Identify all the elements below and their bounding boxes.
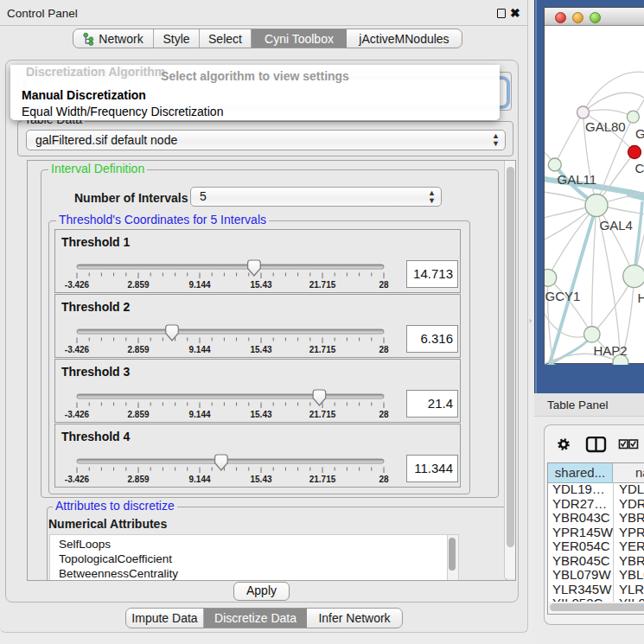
svg-text:9.144: 9.144 — [188, 410, 210, 419]
svg-text:-3.426: -3.426 — [65, 345, 90, 354]
svg-text:15.43: 15.43 — [250, 345, 271, 354]
svg-text:28: 28 — [379, 345, 389, 354]
svg-text:15.43: 15.43 — [250, 280, 271, 290]
svg-text:-3.426: -3.426 — [65, 475, 90, 484]
svg-text:21.715: 21.715 — [309, 280, 336, 290]
svg-text:21.715: 21.715 — [309, 475, 336, 484]
svg-text:2.859: 2.859 — [127, 280, 149, 290]
svg-text:HAP2: HAP2 — [594, 343, 628, 358]
svg-text:9.144: 9.144 — [188, 345, 210, 354]
svg-text:GAL: GAL — [635, 126, 644, 141]
svg-text:GAL4: GAL4 — [600, 218, 633, 233]
svg-text:15.43: 15.43 — [250, 410, 271, 419]
svg-text:28: 28 — [379, 410, 389, 419]
svg-text:H: H — [638, 290, 644, 305]
svg-text:15.43: 15.43 — [250, 475, 271, 484]
svg-text:-3.426: -3.426 — [65, 280, 90, 290]
svg-text:28: 28 — [379, 475, 389, 484]
svg-text:GCY1: GCY1 — [545, 289, 581, 303]
svg-text:21.715: 21.715 — [309, 410, 336, 419]
svg-text:9.144: 9.144 — [188, 475, 210, 484]
svg-text:C: C — [635, 161, 644, 175]
svg-text:GAL80: GAL80 — [585, 119, 626, 134]
svg-text:-3.426: -3.426 — [65, 410, 90, 419]
svg-text:28: 28 — [379, 280, 389, 290]
svg-text:2.859: 2.859 — [127, 475, 149, 484]
svg-text:GAL11: GAL11 — [558, 172, 597, 187]
svg-text:2.859: 2.859 — [127, 410, 149, 419]
svg-text:21.715: 21.715 — [309, 345, 336, 354]
svg-text:2.859: 2.859 — [127, 345, 149, 354]
svg-text:9.144: 9.144 — [188, 280, 210, 290]
